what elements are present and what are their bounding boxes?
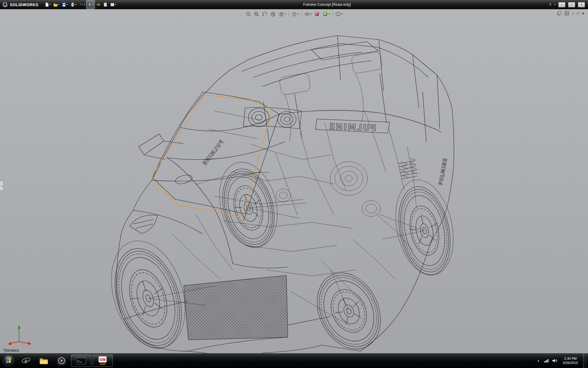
splitter-arrow-icon: ◂ [1,184,2,187]
taskbar: e SW [0,353,588,368]
model-badge-side: FULMINE [438,158,448,186]
zoom-to-area-button[interactable] [253,10,260,18]
section-view-icon [270,11,276,17]
toolbar-separator [332,11,333,17]
main-toolbar: ▾ ▾ ▾ ▾ [43,0,117,9]
model-badge-front: FULMINE [328,121,377,132]
view-orientation-button[interactable]: ▾ [278,10,287,18]
minimize-document-button[interactable]: – [572,11,574,15]
scene-sphere-icon [322,11,328,17]
file-properties-button[interactable] [102,0,109,9]
print-icon [70,2,75,7]
model-badge-sill: FULMINE [201,139,225,167]
hide-show-items-button[interactable]: ▾ [303,10,312,18]
internet-explorer-icon: e [21,356,31,366]
wheel-arch-front-left [99,231,198,353]
close-document-button[interactable]: × [582,11,584,15]
solidworks-year-badge: 2015 [100,363,105,366]
zoom-to-fit-button[interactable] [245,10,252,18]
dropdown-caret[interactable]: ▾ [115,3,116,6]
feature-manager-splitter-tab[interactable]: ◂ [0,181,4,191]
clock-time: 2:30 PM [563,356,578,361]
open-button[interactable]: ▾ [52,0,60,9]
network-icon[interactable] [544,358,549,363]
wheel-front-left [103,240,193,353]
help-icon[interactable]: ? [549,2,551,7]
model-canvas[interactable]: FULMINE FULMINE FULMINE [0,9,588,353]
dropdown-caret[interactable]: ▾ [298,13,299,15]
view-settings-icon [335,11,341,17]
options-icon [110,2,115,7]
dropdown-caret[interactable]: ▾ [341,13,343,15]
dropdown-caret[interactable]: ▾ [285,13,286,15]
svg-text:SW: SW [100,357,106,362]
save-icon [62,2,66,7]
undo-button[interactable]: ▾ [78,0,86,9]
new-document-button[interactable]: ▾ [43,0,52,9]
dropdown-caret[interactable]: ▾ [58,3,59,6]
zoom-to-area-icon [254,11,260,17]
view-orientation-icon [278,11,285,17]
select-cursor-icon [87,2,92,7]
volume-icon[interactable] [552,358,558,363]
options-button[interactable]: ▾ [109,0,117,9]
display-style-button[interactable]: ▾ [291,10,300,18]
file-properties-icon [103,2,108,7]
rebuild-button[interactable] [95,0,102,9]
show-hidden-icons-button[interactable]: ▲ [536,359,541,362]
rebuild-icon [96,2,101,7]
select-button[interactable]: ▾ [86,0,95,9]
undo-icon [79,2,84,7]
headsup-view-toolbar: ▾ ▾ ▾ ▾ [245,10,343,18]
dropdown-caret[interactable]: ▾ [50,3,51,6]
media-player-icon [57,356,66,365]
tile-documents-icon[interactable] [564,11,569,16]
dropdown-caret[interactable]: ▾ [67,3,68,6]
taskbar-item-file-explorer[interactable] [35,353,53,368]
restore-button[interactable]: □ [568,2,575,7]
dropdown-caret[interactable]: ▾ [84,3,85,6]
previous-view-button[interactable] [261,10,269,18]
document-window-controls: – □ × [557,11,584,16]
restore-document-button[interactable]: □ [577,11,579,15]
folder-icon [39,357,48,365]
toolbar-separator [288,11,289,17]
edit-appearance-button[interactable] [313,10,321,18]
cascade-documents-icon[interactable] [557,11,562,16]
dropdown-caret[interactable]: ▾ [75,3,77,6]
graphics-viewport[interactable]: FULMINE FULMINE FULMINE *Dimetric ◂ [0,9,588,353]
window-controls: ? ▾ – □ × [549,2,588,7]
clock-date: 6/26/2015 [563,361,578,365]
svg-text:e: e [24,357,28,365]
taskbar-item-internet-explorer[interactable]: e [17,353,35,368]
open-folder-icon [53,2,58,7]
start-button[interactable] [0,353,17,368]
taskbar-item-command-prompt[interactable] [71,355,91,367]
system-tray: ▲ 2:30 PM 6/26/2015 [535,353,588,368]
windows-start-orb-icon [3,355,14,366]
show-desktop-button[interactable] [583,353,587,368]
solidworks-logo: SOLIDWORKS [0,2,43,7]
apply-scene-button[interactable]: ▾ [322,10,330,18]
minimize-button[interactable]: – [558,2,565,7]
solidworks-window: SOLIDWORKS ▾ ▾ ▾ [0,0,588,368]
brand-text: SOLIDWORKS [10,2,39,7]
display-style-icon [291,11,297,17]
taskbar-item-media-player[interactable] [53,353,70,368]
view-settings-button[interactable]: ▾ [334,10,343,18]
dropdown-caret[interactable]: ▾ [329,13,330,15]
dropdown-caret[interactable]: ▾ [311,13,312,15]
new-document-icon [44,2,49,7]
help-dropdown-caret[interactable]: ▾ [554,3,556,6]
print-button[interactable]: ▾ [69,0,77,9]
appearance-sphere-icon [314,11,320,17]
car-wireframe: FULMINE FULMINE FULMINE [99,36,462,353]
car-rear-vents [398,161,417,179]
reference-triad [5,324,32,345]
save-button[interactable]: ▾ [61,0,69,9]
taskbar-item-solidworks-2015[interactable]: SW 2015 [92,355,113,367]
taskbar-clock[interactable]: 2:30 PM 6/26/2015 [560,356,580,365]
dropdown-caret[interactable]: ▾ [92,3,94,6]
section-view-button[interactable] [270,10,277,18]
close-button[interactable]: × [578,2,585,7]
